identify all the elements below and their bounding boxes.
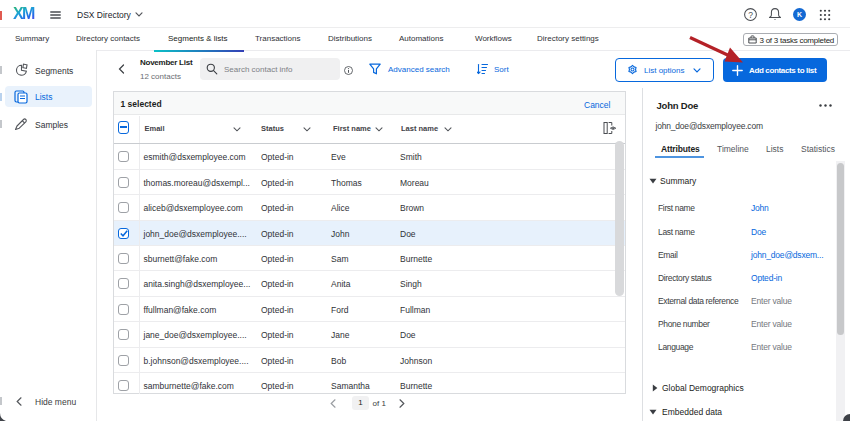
svg-text:?: ? xyxy=(748,9,753,19)
